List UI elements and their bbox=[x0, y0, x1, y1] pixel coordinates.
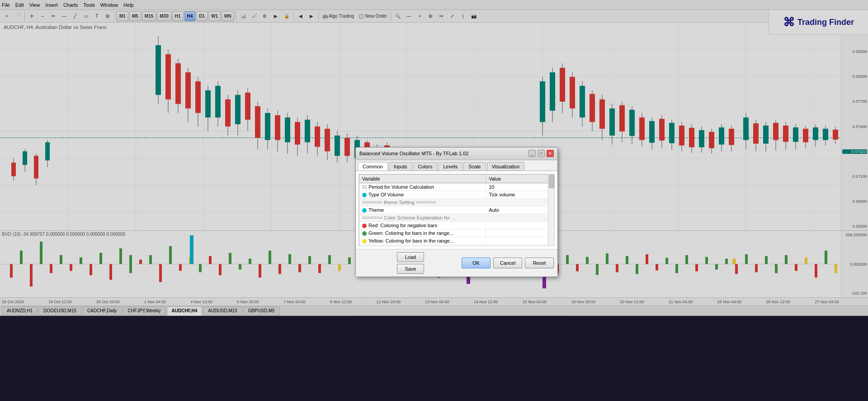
row-value bbox=[486, 244, 554, 245]
row-value: 10 bbox=[486, 183, 554, 191]
dialog-minimize-btn[interactable]: _ bbox=[528, 150, 536, 157]
row-value bbox=[486, 229, 554, 237]
col-header-value: Value bbox=[486, 174, 554, 183]
dialog-title: Balanced Volume Oscillator MT5 - By TFLa… bbox=[359, 151, 468, 156]
row-variable: Red: Coloring for negative bars bbox=[359, 221, 486, 229]
table-row[interactable]: Type Of Volume Tick volume bbox=[359, 191, 554, 198]
color-dot bbox=[362, 224, 367, 228]
dialog-close-btn[interactable]: ✕ bbox=[547, 150, 554, 157]
variable-table: Variable Value 01 Period for Volume Calc… bbox=[359, 174, 554, 246]
dialog: Balanced Volume Oscillator MT5 - By TFLa… bbox=[355, 147, 558, 277]
row-variable: Green: Coloring for bars in the range... bbox=[359, 229, 486, 237]
dlg-tab-inputs[interactable]: Inputs bbox=[389, 162, 412, 171]
color-dot bbox=[362, 231, 367, 236]
reset-button[interactable]: Reset bbox=[525, 258, 554, 268]
col-header-variable: Variable bbox=[359, 174, 486, 183]
dialog-tabs: Common Inputs Colors Levels Scale Visual… bbox=[356, 160, 557, 171]
main-buttons: OK Cancel Reset bbox=[462, 258, 554, 268]
color-dot bbox=[362, 193, 367, 197]
row-value: Auto bbox=[486, 206, 554, 214]
row-variable: Purple: Coloring for bars in the range..… bbox=[359, 244, 486, 245]
dialog-titlebar: Balanced Volume Oscillator MT5 - By TFLa… bbox=[356, 148, 557, 160]
scrollbar-track[interactable] bbox=[548, 174, 554, 246]
dialog-footer: Load Save OK Cancel Reset bbox=[356, 249, 557, 277]
dialog-overlay: Balanced Volume Oscillator MT5 - By TFLa… bbox=[0, 0, 868, 401]
table-row: ======= Color Scheme Explanation for ... bbox=[359, 214, 554, 221]
dlg-tab-levels[interactable]: Levels bbox=[438, 162, 462, 171]
row-value: Tick volume bbox=[486, 191, 554, 198]
table-row[interactable]: Green: Coloring for bars in the range... bbox=[359, 229, 554, 237]
table-row[interactable]: Red: Coloring for negative bars bbox=[359, 221, 554, 229]
load-button[interactable]: Load bbox=[397, 252, 424, 262]
ok-button[interactable]: OK bbox=[462, 258, 491, 268]
row-separator: ======= theme Setting ======= bbox=[359, 198, 554, 206]
dlg-tab-scale[interactable]: Scale bbox=[463, 162, 486, 171]
table-row: ======= theme Setting ======= bbox=[359, 198, 554, 206]
color-dot bbox=[362, 239, 367, 243]
dialog-body: Variable Value 01 Period for Volume Calc… bbox=[356, 171, 557, 249]
variable-table-scroll[interactable]: Variable Value 01 Period for Volume Calc… bbox=[359, 174, 554, 246]
dlg-tab-common[interactable]: Common bbox=[358, 162, 388, 171]
table-row[interactable]: 01 Period for Volume Calculation 10 bbox=[359, 183, 554, 191]
row-value bbox=[486, 221, 554, 229]
table-row[interactable]: Yellow: Coloring for bars in the range..… bbox=[359, 237, 554, 244]
row-variable: Theme bbox=[359, 206, 486, 214]
table-row[interactable]: Theme Auto bbox=[359, 206, 554, 214]
row-value bbox=[486, 237, 554, 244]
dialog-maximize-btn[interactable]: □ bbox=[538, 150, 545, 157]
variable-table-wrapper: Variable Value 01 Period for Volume Calc… bbox=[359, 174, 555, 246]
table-row[interactable]: Purple: Coloring for bars in the range..… bbox=[359, 244, 554, 245]
cancel-button[interactable]: Cancel bbox=[493, 258, 522, 268]
row-variable: 01 Period for Volume Calculation bbox=[359, 183, 486, 191]
color-dot bbox=[362, 208, 367, 213]
dlg-tab-visualization[interactable]: Visualization bbox=[487, 162, 525, 171]
scrollbar-thumb[interactable] bbox=[549, 175, 554, 188]
side-buttons: Load Save bbox=[397, 252, 424, 274]
save-button[interactable]: Save bbox=[397, 264, 424, 274]
row-variable: Type Of Volume bbox=[359, 191, 486, 198]
row-variable: Yellow: Coloring for bars in the range..… bbox=[359, 237, 486, 244]
row-separator: ======= Color Scheme Explanation for ... bbox=[359, 214, 554, 221]
dlg-tab-colors[interactable]: Colors bbox=[413, 162, 438, 171]
